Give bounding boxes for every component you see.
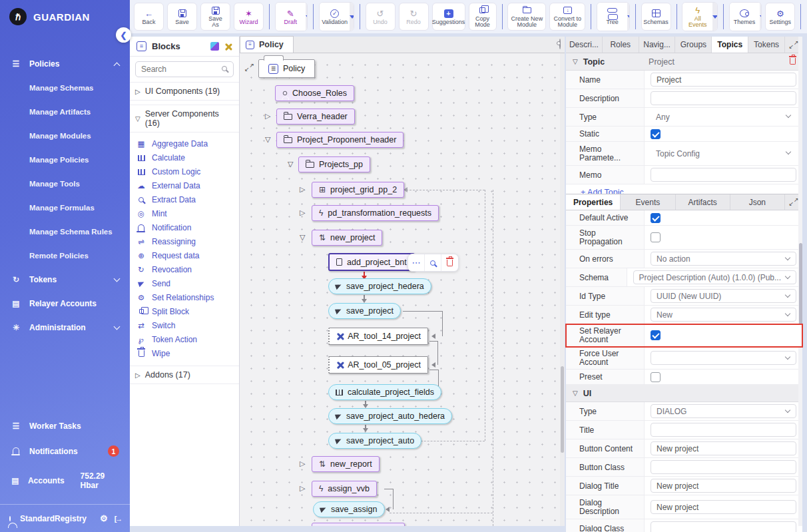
right-panel-scrollbar[interactable] [798,37,802,526]
collapse-caret-icon[interactable]: ▽ [265,135,270,144]
block-item-calculate[interactable]: Calculate [130,150,239,164]
tab-groups[interactable]: Groups [675,37,712,53]
block-item-custom-logic[interactable]: Custom Logic [130,164,239,178]
collapse-caret-icon[interactable]: ▽ [300,233,305,242]
block-item-notification[interactable]: Notification [130,220,239,234]
zoom-icon[interactable] [425,254,441,271]
sidebar-item-manage-artifacts[interactable]: Manage Artifacts [0,100,130,124]
dialog-title-input[interactable] [651,479,796,493]
edit-type-select[interactable]: New [651,308,796,322]
blocks-search-input[interactable] [135,61,234,77]
preset-checkbox[interactable] [651,372,661,382]
expand-caret-icon[interactable]: ▷ [265,112,270,121]
force-user-account-select[interactable] [651,351,796,365]
draft-button[interactable]: ✎ Draft [276,3,306,31]
caret-down-icon[interactable]: ▽ [573,390,578,397]
dialog-class-input[interactable] [651,521,796,532]
topic-description-input[interactable] [651,91,796,105]
expand-caret-icon[interactable]: ▷ [300,484,305,493]
sidebar-item-worker-tasks[interactable]: ☰ Worker Tasks [0,414,130,438]
on-errors-select[interactable]: No action [651,252,796,266]
node-calculate-project-fields[interactable]: calculate_project_fields [328,384,441,400]
sidebar-item-notifications[interactable]: Notifications 1 [0,438,130,464]
tab-topics[interactable]: Topics [712,37,748,53]
block-item-set-relationships[interactable]: ⚙Set Relationships [130,290,239,304]
tab-properties[interactable]: Properties [566,194,621,210]
id-type-select[interactable]: UUID (New UUID) [651,289,796,303]
redo-button[interactable]: ↻ Redo [399,3,429,31]
tab-json[interactable]: Json [730,194,785,210]
node-save-project-hedera[interactable]: save_project_hedera [328,278,431,294]
block-item-extract-data[interactable]: Extract Data [130,192,239,206]
node-ar-tool-14-project[interactable]: AR_tool_14_project [328,328,428,345]
modules-cube-icon[interactable] [210,42,219,51]
tab-tokens[interactable]: Tokens [748,37,785,53]
sidebar-item-manage-formulas[interactable]: Manage Formulas [0,196,130,220]
sidebar-item-tokens[interactable]: ↻ Tokens [0,268,130,292]
block-item-split-block[interactable]: Split Block [130,304,239,318]
node-new-project[interactable]: ⇅ new_project [312,230,382,246]
block-item-mint[interactable]: ◎Mint [130,206,239,220]
more-options-icon[interactable]: ⋯ [408,254,425,271]
block-item-token-action[interactable]: ℘Token Action [130,332,239,346]
sidebar-item-policies[interactable]: ☰ Policies [0,52,130,76]
node-assign-vvb[interactable]: ϟ assign_vvb [312,481,377,497]
node-verra-header[interactable]: Verra_header [276,109,355,125]
wizard-button[interactable]: ✶ Wizard [234,3,264,31]
expand-caret-icon[interactable]: ▷ [300,208,305,217]
back-button[interactable]: ← Back [134,3,164,31]
tab-navigation[interactable]: Navig... [639,37,676,53]
user-settings-gear-icon[interactable]: ⚙ [100,513,108,523]
expand-caret-icon[interactable]: ▷ [300,459,305,468]
group-addons[interactable]: ▷ Addons (17) [130,366,239,384]
node-save-project-auto-hedera[interactable]: save_project_auto_hedera [328,408,452,424]
block-item-send[interactable]: Send [130,276,239,290]
sidebar-item-manage-schemas[interactable]: Manage Schemas [0,76,130,100]
tab-description[interactable]: Descri... [566,37,603,53]
delete-topic-icon[interactable] [790,57,796,67]
tab-events[interactable]: Events [621,194,675,210]
node-save-project-auto[interactable]: save_project_auto [328,433,421,449]
block-item-switch[interactable]: ⇄Switch [130,318,239,332]
tools-icon[interactable] [224,43,232,51]
draft-dropdown-arrow[interactable] [306,3,308,31]
schema-select[interactable]: Project Description (Auto) (1.0.0) (Pub.… [633,270,796,284]
node-projects-pp[interactable]: Projects_pp [298,156,370,172]
collapse-all-icon[interactable]: ↗↙ [245,63,254,72]
settings-button[interactable]: ⚙ Settings [765,3,795,31]
copy-mode-button[interactable]: Copy Mode [469,3,497,31]
all-events-button[interactable]: ϟ All Events [682,3,712,31]
undo-button[interactable]: ↺ Undo [366,3,396,31]
caret-down-icon[interactable]: ▽ [573,58,578,65]
group-ui-components[interactable]: ▷ UI Components (19) [130,82,239,101]
sidebar-item-accounts[interactable]: ▤ Accounts 752.29 Hbar [0,464,130,497]
sidebar-item-manage-modules[interactable]: Manage Modules [0,124,130,148]
block-item-revocation[interactable]: ↻Revocation [130,262,239,276]
node-policy-root[interactable]: ≡ Policy [258,59,315,78]
validation-button[interactable]: ✓ Validation [320,3,350,31]
node-project-proponent-header[interactable]: Project_Proponent_header [276,132,404,148]
suggestions-button[interactable]: + Suggestions [432,3,465,31]
block-item-reassigning[interactable]: ⇌Reassigning [130,234,239,248]
topic-name-input[interactable] [651,73,796,87]
canvas-vertical-scrollbar[interactable] [560,53,565,526]
tree-dropdown-arrow[interactable] [627,3,630,31]
block-item-aggregate-data[interactable]: ▦Aggregate Data [130,136,239,150]
static-checkbox[interactable] [651,129,661,139]
add-topic-link[interactable]: + Add Topic [566,184,802,194]
all-events-dropdown-arrow[interactable] [712,3,718,31]
block-item-request-data[interactable]: ⊕Request data [130,248,239,262]
button-class-input[interactable] [651,460,796,474]
node-add-project-bnt[interactable]: add_project_bnt [328,253,415,271]
sidebar-item-remote-policies[interactable]: Remote Policies [0,244,130,268]
node-choose-roles[interactable]: Choose_Roles [275,85,354,101]
dialog-description-input[interactable] [651,500,796,514]
themes-dropdown-arrow[interactable] [760,3,762,31]
memo-input[interactable] [651,168,796,182]
themes-button[interactable]: Themes [730,3,760,31]
sidebar-collapse-button[interactable]: ❮ [116,27,131,43]
sidebar-item-relayer-accounts[interactable]: ▤ Relayer Accounts [0,292,130,316]
delete-node-icon[interactable] [441,254,458,271]
sidebar-item-manage-tools[interactable]: Manage Tools [0,172,130,196]
ui-title-input[interactable] [651,423,796,437]
